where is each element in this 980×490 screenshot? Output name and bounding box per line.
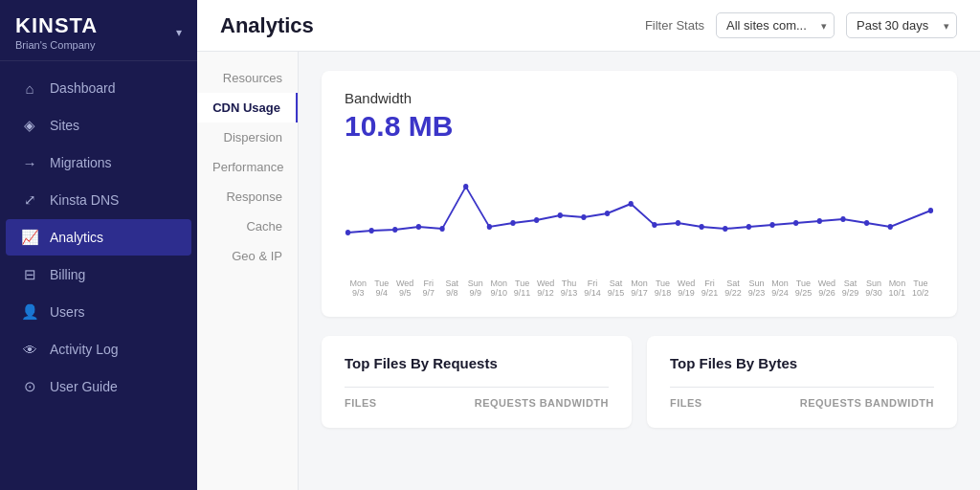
sites-icon: ◈ [21, 117, 38, 134]
table-header-bandwidth: BANDWIDTH [865, 397, 934, 409]
table-header-requests: REQUESTS [800, 397, 865, 409]
sub-nav-item-geo-ip[interactable]: Geo & IP [197, 241, 298, 271]
svg-point-5 [463, 184, 468, 189]
bandwidth-value: 10.8 MB [345, 110, 934, 143]
chart-label: Sun9/9 [463, 278, 486, 298]
top-bar: Analytics Filter Stats All sites com... … [197, 0, 980, 52]
svg-point-21 [840, 216, 845, 222]
logo-text: KINSTA [15, 13, 98, 38]
svg-point-13 [652, 222, 657, 228]
sidebar-item-kinsta-dns[interactable]: ⤢Kinsta DNS [6, 182, 191, 218]
svg-point-8 [534, 217, 539, 223]
filter-area: Filter Stats All sites com... Past 30 da… [645, 12, 957, 38]
chart-label: Sat9/15 [604, 278, 627, 298]
top-files-requests-table-header: FILESREQUESTSBANDWIDTH [345, 387, 609, 409]
table-header-files: FILES [345, 397, 475, 409]
svg-point-18 [769, 222, 774, 228]
top-files-bytes-title: Top Files By Bytes [670, 355, 934, 371]
sub-nav-item-cache[interactable]: Cache [197, 212, 298, 241]
main-content: Analytics Filter Stats All sites com... … [197, 0, 980, 490]
filter-stats-label: Filter Stats [645, 18, 704, 33]
sub-nav-item-response[interactable]: Response [197, 182, 298, 212]
time-filter-wrapper: Past 30 days [846, 12, 957, 38]
user-guide-icon: ⊙ [21, 378, 38, 395]
sidebar-item-user-guide[interactable]: ⊙User Guide [6, 368, 191, 405]
dashboard-panel: Bandwidth 10.8 MB [299, 52, 980, 490]
chart-label: Fri9/7 [416, 278, 439, 298]
svg-point-9 [558, 212, 563, 218]
top-files-requests-title: Top Files By Requests [345, 355, 609, 371]
chart-label: Tue9/18 [651, 278, 674, 298]
svg-point-6 [487, 224, 492, 230]
chart-svg [345, 158, 934, 263]
sub-nav: ResourcesCDN UsageDispersionPerformanceR… [197, 52, 299, 490]
sidebar-label-migrations: Migrations [50, 155, 112, 170]
page-title: Analytics [220, 13, 314, 38]
chart-label: Mon9/10 [487, 278, 510, 298]
sidebar-label-sites: Sites [50, 118, 79, 133]
table-header-requests: REQUESTS [475, 397, 540, 409]
kinsta-logo: KINSTA Brian's Company [15, 13, 98, 51]
bottom-cards: Top Files By Requests FILESREQUESTSBANDW… [322, 336, 957, 428]
sidebar-item-activity-log[interactable]: 👁Activity Log [6, 331, 191, 368]
svg-point-17 [746, 224, 751, 230]
sub-nav-item-dispersion[interactable]: Dispersion [197, 122, 298, 152]
content-area: ResourcesCDN UsageDispersionPerformanceR… [197, 52, 980, 490]
svg-point-20 [817, 218, 822, 224]
kinsta-dns-icon: ⤢ [21, 191, 38, 209]
sidebar: KINSTA Brian's Company ▾ ⌂Dashboard◈Site… [0, 0, 197, 490]
sidebar-label-users: Users [50, 304, 85, 320]
svg-point-4 [439, 226, 444, 232]
sidebar-label-user-guide: User Guide [50, 379, 118, 394]
svg-point-11 [605, 211, 610, 216]
chart-label: Sun9/30 [862, 278, 885, 298]
svg-point-7 [510, 220, 515, 226]
svg-point-24 [928, 208, 933, 213]
top-files-bytes-card: Top Files By Bytes FILESREQUESTSBANDWIDT… [647, 336, 957, 428]
svg-point-14 [676, 220, 680, 226]
site-filter-select[interactable]: All sites com... [716, 12, 835, 38]
sidebar-item-dashboard[interactable]: ⌂Dashboard [6, 70, 191, 106]
sub-nav-item-resources[interactable]: Resources [197, 63, 298, 93]
svg-point-1 [369, 228, 374, 234]
chart-label: Mon9/24 [768, 278, 791, 298]
svg-point-12 [629, 201, 634, 207]
chart-label: Sun9/23 [745, 278, 768, 298]
table-header-files: FILES [670, 397, 800, 409]
migrations-icon: → [21, 154, 38, 171]
sidebar-item-users[interactable]: 👤Users [6, 294, 191, 330]
sidebar-label-dashboard: Dashboard [50, 80, 116, 96]
sidebar-label-billing: Billing [50, 267, 85, 282]
svg-point-19 [793, 220, 798, 226]
chart-label: Fri9/21 [698, 278, 721, 298]
sub-nav-item-performance[interactable]: Performance [197, 152, 298, 182]
chart-label: Wed9/19 [675, 278, 698, 298]
sidebar-item-migrations[interactable]: →Migrations [6, 145, 191, 181]
svg-point-0 [345, 230, 350, 235]
chart-label: Tue9/4 [369, 278, 392, 298]
time-filter-select[interactable]: Past 30 days [846, 12, 957, 38]
billing-icon: ⊟ [21, 266, 38, 283]
chart-label: Sat9/8 [440, 278, 463, 298]
svg-point-2 [392, 227, 397, 233]
company-name: Brian's Company [15, 39, 98, 51]
sidebar-label-kinsta-dns: Kinsta DNS [50, 192, 119, 208]
sidebar-item-billing[interactable]: ⊟Billing [6, 256, 191, 293]
svg-point-3 [416, 224, 421, 230]
sidebar-item-analytics[interactable]: 📈Analytics [6, 219, 191, 256]
chart-label: Wed9/12 [534, 278, 557, 298]
chart-label: Sat9/22 [722, 278, 745, 298]
top-files-bytes-table-header: FILESREQUESTSBANDWIDTH [670, 387, 934, 409]
bandwidth-chart [345, 158, 934, 273]
table-header-bandwidth: BANDWIDTH [540, 397, 609, 409]
chart-label: Mon10/1 [885, 278, 908, 298]
sidebar-item-sites[interactable]: ◈Sites [6, 107, 191, 144]
chart-label: Tue9/11 [510, 278, 533, 298]
company-chevron-icon[interactable]: ▾ [176, 26, 182, 39]
chart-label: Fri9/14 [581, 278, 604, 298]
sub-nav-item-cdn-usage[interactable]: CDN Usage [197, 93, 298, 122]
activity-log-icon: 👁 [21, 341, 38, 358]
sidebar-header: KINSTA Brian's Company ▾ [0, 0, 197, 61]
bandwidth-card: Bandwidth 10.8 MB [322, 71, 957, 317]
chart-label: Mon9/17 [628, 278, 651, 298]
